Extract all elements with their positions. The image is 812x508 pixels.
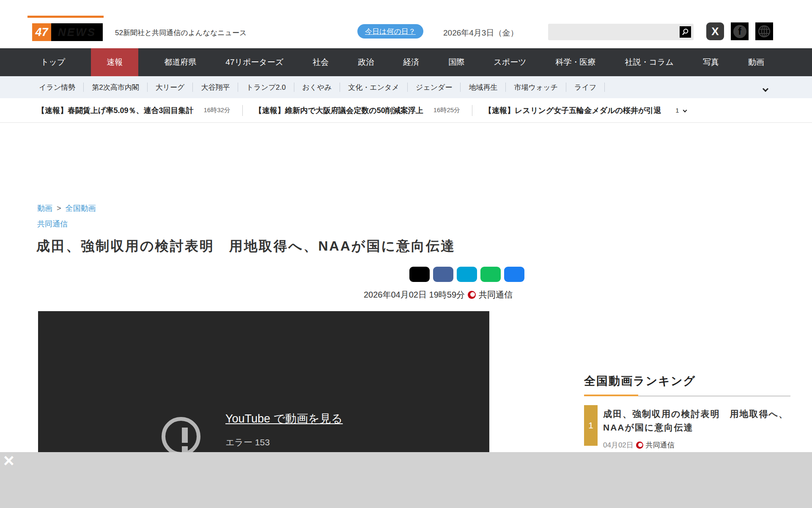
subnav-item-gender[interactable]: ジェンダー	[416, 83, 453, 92]
breaking-news-ticker: 【速報】春闘賃上げ率5.09％、連合3回目集計 16時32分 【速報】維新内で大…	[0, 98, 812, 123]
ticker-divider	[242, 105, 243, 116]
kyodo-source-link[interactable]: 共同通信	[37, 219, 68, 229]
today-what-day-button[interactable]: 今日は何の日？	[357, 24, 423, 39]
error-exclamation-icon	[162, 417, 200, 456]
ticker-time: 16時32分	[203, 106, 230, 114]
today-what-day-label: 今日は何の日？	[365, 27, 416, 36]
ranking-heading: 全国動画ランキング	[584, 373, 696, 389]
share-button-facebook[interactable]	[433, 267, 453, 282]
chevron-down-icon	[763, 86, 768, 92]
subnav-item-trump[interactable]: トランプ2.0	[246, 83, 285, 92]
kyodo-news-logo-icon	[468, 291, 476, 299]
nav-item-prefectures[interactable]: 都道府県	[161, 48, 200, 76]
article-share-row	[409, 267, 524, 282]
ranking-item-meta: 04月02日 共同通信	[603, 440, 675, 450]
site-logo[interactable]: 47 NEWS	[32, 23, 103, 41]
nav-item-society[interactable]: 社会	[309, 48, 332, 76]
subnav-divider	[460, 83, 461, 92]
nav-item-sports[interactable]: スポーツ	[490, 48, 529, 76]
subnav-item-cabinet[interactable]: 第2次高市内閣	[92, 83, 139, 92]
breadcrumb-national-video-link[interactable]: 全国動画	[66, 204, 96, 213]
nav-item-editorial-column[interactable]: 社説・コラム	[622, 48, 677, 76]
magnifier-icon	[681, 28, 689, 36]
subnav-divider	[294, 83, 294, 92]
ticker-count: 1	[675, 107, 679, 114]
kyodo-news-logo-icon	[636, 442, 643, 449]
subnav-divider	[505, 83, 506, 92]
breadcrumb: 動画 > 全国動画	[37, 203, 96, 213]
subnav-item-market[interactable]: 市場ウォッチ	[514, 83, 558, 92]
ranking-item-title[interactable]: 成田、強制収用の検討表明 用地取得へ、NAAが国に意向伝達	[603, 407, 791, 434]
ticker-item[interactable]: 【速報】春闘賃上げ率5.09％、連合3回目集計	[37, 105, 193, 116]
ticker-time: 16時25分	[433, 106, 460, 114]
nav-item-politics[interactable]: 政治	[354, 48, 377, 76]
search-input[interactable]	[550, 25, 677, 39]
nav-item-economy[interactable]: 経済	[400, 48, 422, 76]
nav-item-photo[interactable]: 写真	[700, 48, 722, 76]
share-button-misc[interactable]	[504, 267, 524, 282]
search-box	[548, 24, 694, 40]
subnav-item-regional[interactable]: 地域再生	[469, 83, 497, 92]
topic-subnav: イラン情勢 第2次高市内閣 大リーグ 大谷翔平 トランプ2.0 おくやみ 文化・…	[0, 76, 812, 98]
publish-datetime: 2026年04月02日 19時59分	[364, 289, 465, 301]
globe-icon	[757, 25, 771, 38]
x-logo-icon: X	[711, 25, 719, 38]
main-nav: トップ 速報 都道府県 47リポーターズ 社会 政治 経済 国際 スポーツ 科学…	[0, 48, 812, 76]
share-button-hatena[interactable]	[457, 267, 477, 282]
nav-item-top[interactable]: トップ	[37, 48, 69, 76]
publish-info: 2026年04月02日 19時59分 共同通信	[364, 289, 513, 301]
subnav-divider	[238, 83, 238, 92]
publish-source: 共同通信	[479, 289, 513, 301]
ranking-rule-accent	[584, 395, 638, 396]
subnav-divider	[566, 83, 566, 92]
nav-item-sokuhou[interactable]: 速報	[91, 48, 138, 76]
breadcrumb-video-link[interactable]: 動画	[37, 204, 52, 213]
subnav-item-iran[interactable]: イラン情勢	[39, 83, 75, 92]
subnav-item-ohtani[interactable]: 大谷翔平	[201, 83, 230, 92]
ticker-expand-chevron-icon[interactable]	[683, 108, 687, 113]
rank-number-badge: 1	[584, 405, 598, 446]
site-tagline: 52新聞社と共同通信のよんななニュース	[115, 28, 247, 38]
subnav-divider	[407, 83, 408, 92]
watch-on-youtube-link[interactable]: YouTube で動画を見る	[225, 411, 343, 426]
subnav-item-life[interactable]: ライフ	[574, 83, 596, 92]
language-globe-button[interactable]	[755, 22, 773, 40]
subnav-divider	[83, 83, 84, 92]
subnav-divider	[604, 83, 605, 92]
nav-item-science-medical[interactable]: 科学・医療	[552, 48, 599, 76]
ranking-item-source: 共同通信	[646, 440, 675, 450]
logo-news-box: NEWS	[51, 23, 103, 41]
logo-47-box: 47	[32, 23, 51, 41]
subnav-expand-button[interactable]	[763, 85, 768, 93]
share-facebook-button[interactable]: f	[731, 22, 749, 40]
breadcrumb-separator: >	[57, 204, 61, 213]
subnav-item-culture[interactable]: 文化・エンタメ	[348, 83, 399, 92]
facebook-logo-icon: f	[733, 25, 746, 38]
ad-banner-overlay	[0, 452, 812, 508]
video-error-code: エラー 153	[225, 436, 270, 448]
subnav-divider	[340, 83, 340, 92]
article-title: 成田、強制収用の検討表明 用地取得へ、NAAが国に意向伝達	[36, 237, 455, 256]
share-x-button[interactable]: X	[706, 22, 724, 40]
share-button-x[interactable]	[409, 267, 430, 282]
page: 47 NEWS 52新聞社と共同通信のよんななニュース 今日は何の日？ 2026…	[0, 0, 812, 508]
subnav-item-obituary[interactable]: おくやみ	[302, 83, 332, 92]
nav-item-international[interactable]: 国際	[445, 48, 468, 76]
nav-item-47reporters[interactable]: 47リポーターズ	[222, 48, 287, 76]
ticker-item[interactable]: 【速報】維新内で大阪府議会定数の50削減案浮上	[255, 105, 423, 116]
subnav-divider	[147, 83, 148, 92]
subnav-item-mlb[interactable]: 大リーグ	[156, 83, 185, 92]
search-button[interactable]	[680, 26, 691, 38]
header-accent-rule	[27, 16, 104, 18]
ticker-divider	[472, 105, 472, 116]
ticker-item[interactable]: 【速報】レスリング女子五輪金メダルの桜井が引退	[484, 105, 661, 116]
ranking-item-date: 04月02日	[603, 440, 634, 450]
ad-close-button[interactable]: ×	[3, 451, 14, 470]
share-button-line[interactable]	[480, 267, 501, 282]
nav-item-video[interactable]: 動画	[745, 48, 768, 76]
header-date: 2026年4月3日（金）	[443, 28, 518, 39]
subnav-divider	[192, 83, 193, 92]
